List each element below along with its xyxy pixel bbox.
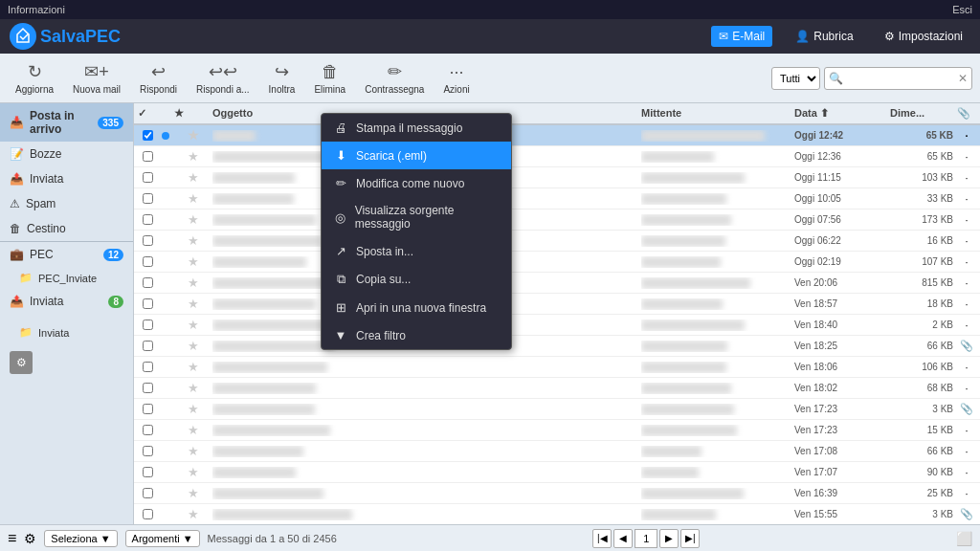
email-row[interactable]: ★ Accesso account ... hr@risorse.it Ven …: [134, 441, 980, 462]
email-row[interactable]: ★ Avviso sistema ... utente@dominio.it O…: [134, 188, 980, 209]
row-star[interactable]: ★: [174, 423, 212, 437]
context-menu-item-scarica[interactable]: ⬇Scarica (.eml): [322, 142, 511, 169]
list-view-icon[interactable]: ≡: [8, 530, 16, 547]
email-row[interactable]: ★ Promemoria appuntamento ... legale@stu…: [134, 504, 980, 524]
inoltra-button[interactable]: ↪ Inoltra: [261, 57, 303, 99]
sidebar-item-inviata3[interactable]: 📁 Inviata: [0, 321, 133, 343]
col-data[interactable]: Data ⬆: [794, 107, 890, 120]
row-star[interactable]: ★: [174, 486, 212, 500]
page-prev-button[interactable]: ◀: [613, 529, 633, 548]
row-checkbox[interactable]: [138, 214, 157, 225]
row-star[interactable]: ★: [174, 297, 212, 311]
email-row[interactable]: ★ Fattura n. 001/2024 ... team@progetto.…: [134, 294, 980, 315]
row-subject[interactable]: Scadenza contratto ...: [212, 404, 641, 415]
row-checkbox[interactable]: [138, 277, 157, 288]
row-checkbox[interactable]: [138, 298, 157, 309]
col-checkbox[interactable]: ✓: [138, 107, 157, 120]
aggiorna-button[interactable]: ↻ Aggiorna: [8, 57, 61, 99]
search-input[interactable]: [843, 73, 958, 84]
filter-select[interactable]: Tutti: [771, 67, 820, 90]
row-checkbox[interactable]: [138, 404, 157, 414]
row-checkbox[interactable]: [138, 383, 157, 393]
row-checkbox[interactable]: [138, 509, 157, 519]
row-star[interactable]: ★: [174, 465, 212, 479]
row-star[interactable]: ★: [174, 191, 212, 206]
row-star[interactable]: ★: [174, 360, 212, 374]
row-checkbox[interactable]: [138, 172, 157, 183]
sidebar-item-pec-inviate[interactable]: 📁 PEC_Inviate: [0, 267, 133, 289]
row-star[interactable]: ★: [174, 276, 212, 290]
seleziona-button[interactable]: Seleziona ▼: [44, 530, 117, 547]
page-first-button[interactable]: |◀: [592, 529, 612, 548]
row-subject[interactable]: Richiesta informazioni ...: [212, 362, 641, 373]
row-checkbox[interactable]: [138, 130, 157, 141]
sidebar-item-pec[interactable]: 💼 PEC 12: [0, 241, 133, 267]
rispondi-button[interactable]: ↩ Rispondi: [132, 57, 185, 99]
row-checkbox[interactable]: [138, 341, 157, 351]
row-checkbox[interactable]: [138, 488, 157, 498]
row-checkbox[interactable]: [138, 446, 157, 456]
context-menu-item-copia[interactable]: ⧉Copia su...: [322, 265, 511, 294]
row-star[interactable]: ★: [174, 381, 212, 395]
row-checkbox[interactable]: [138, 425, 157, 435]
email-row[interactable]: ★ Ordine #98765 confermato ... staff@org…: [134, 273, 980, 294]
sidebar-item-posta-in-arrivo[interactable]: 📥 Posta in arrivo 335: [0, 103, 133, 142]
row-star[interactable]: ★: [174, 444, 212, 458]
context-menu-item-modifica[interactable]: ✏Modifica come nuovo: [322, 169, 511, 197]
row-checkbox[interactable]: [138, 235, 157, 246]
context-menu-item-stampa[interactable]: 🖨Stampa il messaggio: [322, 114, 511, 142]
row-checkbox[interactable]: [138, 362, 157, 372]
row-checkbox[interactable]: [138, 320, 157, 330]
email-button[interactable]: ✉ E-Mail: [711, 26, 772, 47]
sidebar-item-inviata[interactable]: 📤 Inviata: [0, 166, 133, 191]
email-row[interactable]: ★ Aggiornamento stato ... admin@sistema.…: [134, 231, 980, 252]
row-star[interactable]: ★: [174, 507, 212, 521]
page-next-button[interactable]: ▶: [659, 529, 679, 548]
email-row[interactable]: ★ Comunicazione urgente ... support@assi…: [134, 315, 980, 336]
contrassegna-button[interactable]: ✏ Contrassegna: [357, 57, 432, 99]
email-row[interactable]: ★ Newsletter novembre ... marketing@agen…: [134, 483, 980, 504]
clear-search-icon[interactable]: ✕: [958, 72, 968, 85]
row-checkbox[interactable]: [138, 256, 157, 267]
nuova-mail-button[interactable]: ✉+ Nuova mail: [65, 57, 128, 99]
sidebar-item-spam[interactable]: ⚠ Spam: [0, 191, 133, 216]
row-star[interactable]: ★: [174, 149, 212, 164]
impostazioni-button[interactable]: ⚙ Impostazioni: [877, 26, 970, 47]
rispondi-a-button[interactable]: ↩↩ Rispondi a...: [189, 57, 257, 99]
row-star[interactable]: ★: [174, 254, 212, 269]
row-checkbox[interactable]: [138, 467, 157, 477]
email-row[interactable]: ★ Re: Documento allegato ... info@aziend…: [134, 146, 980, 167]
email-row[interactable]: ★ Oe fro ... mittente1@example.com Oggi …: [134, 125, 980, 146]
row-subject[interactable]: Promemoria appuntamento ...: [212, 509, 641, 520]
rubrica-button[interactable]: 👤 Rubrica: [788, 26, 860, 47]
email-row[interactable]: ★ Scadenza contratto ... acquisti@fornit…: [134, 399, 980, 420]
row-subject[interactable]: Newsletter novembre ...: [212, 488, 641, 499]
row-checkbox[interactable]: [138, 151, 157, 162]
page-last-button[interactable]: ▶|: [680, 529, 700, 548]
email-row[interactable]: ★ Conferma ricezione ... contatti@impres…: [134, 209, 980, 231]
row-subject[interactable]: Verifica identità ...: [212, 467, 641, 478]
sidebar-item-cestino[interactable]: 🗑 Cestino: [0, 216, 133, 241]
row-subject[interactable]: Rinnovo abbonamento ...: [212, 425, 641, 436]
email-row[interactable]: ★ Rinnovo abbonamento ... fatture@contab…: [134, 420, 980, 441]
row-star[interactable]: ★: [174, 170, 212, 185]
col-dime[interactable]: Dime...: [890, 107, 957, 120]
email-row[interactable]: ★ Richiesta informazioni ... reception@h…: [134, 357, 980, 378]
expand-button[interactable]: ⬜: [956, 531, 972, 546]
elimina-button[interactable]: 🗑 Elimina: [306, 58, 353, 99]
context-menu-item-filtro[interactable]: ▼Crea filtro: [322, 321, 511, 349]
bottombar-settings-icon[interactable]: ⚙: [24, 531, 36, 546]
row-subject[interactable]: Accesso account ...: [212, 446, 641, 457]
email-row[interactable]: ★ Notifica di invio ... noreply@servizio…: [134, 167, 980, 188]
email-row[interactable]: ★ Verifica identità ... it@tecnico.it Ve…: [134, 462, 980, 483]
row-star[interactable]: ★: [174, 128, 212, 143]
argomenti-button[interactable]: Argomenti ▼: [125, 530, 200, 547]
row-star[interactable]: ★: [174, 402, 212, 416]
context-menu-item-sorgente[interactable]: ◎Visualizza sorgente messaggio: [322, 197, 511, 237]
row-star[interactable]: ★: [174, 339, 212, 353]
row-star[interactable]: ★: [174, 318, 212, 332]
page-input[interactable]: [635, 529, 657, 548]
context-menu-item-sposta[interactable]: ↗Sposta in...: [322, 237, 511, 265]
row-subject[interactable]: Preventivo richiesto ...: [212, 383, 641, 394]
sidebar-item-bozze[interactable]: 📝 Bozze: [0, 142, 133, 166]
